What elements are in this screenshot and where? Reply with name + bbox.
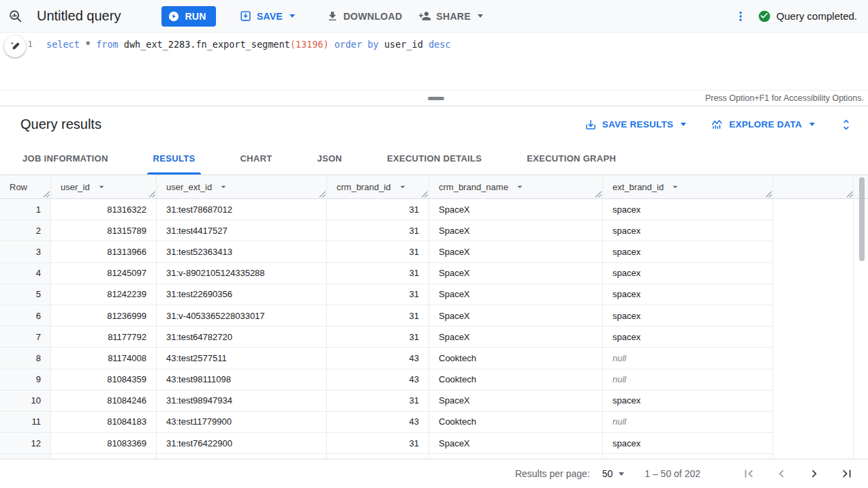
download-icon: [326, 10, 339, 22]
last-page-button[interactable]: [839, 466, 854, 481]
first-page-icon: [741, 466, 756, 481]
save-dropdown-caret[interactable]: [290, 14, 295, 18]
sql-token: from: [96, 39, 119, 50]
page-size-select[interactable]: 50: [602, 468, 625, 479]
cell-row: 10: [0, 391, 51, 411]
more-options-kebab-icon[interactable]: [734, 9, 747, 24]
cell-crm-brand-id: 31: [327, 220, 429, 241]
cell-crm-brand-id: 31: [327, 284, 429, 305]
column-header-crm-brand-id[interactable]: crm_brand_id: [327, 175, 429, 198]
cell-crm-brand-name: SpaceX: [429, 305, 603, 326]
cell-crm-brand-name: SpaceX: [429, 220, 603, 241]
page-size-caret: [619, 472, 624, 476]
sort-caret-icon[interactable]: [670, 181, 681, 192]
sort-caret-icon[interactable]: [397, 181, 408, 192]
table-scrollbar-thumb[interactable]: [859, 177, 865, 261]
share-button[interactable]: SHARE: [418, 10, 483, 22]
tab-results[interactable]: RESULTS: [151, 142, 198, 174]
download-button[interactable]: DOWNLOAD: [326, 10, 402, 22]
table-row: 78117779231:test6478272031SpaceXspacex: [0, 326, 773, 348]
sql-token: user_id: [379, 39, 429, 50]
explore-data-caret[interactable]: [809, 123, 815, 126]
tab-execution-graph[interactable]: EXECUTION GRAPH: [525, 142, 618, 174]
column-resize-handle[interactable]: [43, 191, 50, 198]
cell-crm-brand-name: Cooktech: [429, 369, 603, 390]
tab-job-information[interactable]: JOB INFORMATION: [20, 142, 110, 174]
sort-caret-icon[interactable]: [514, 181, 525, 192]
cell-crm-brand-id: 31: [327, 263, 429, 284]
cell-ext-brand-id: spacex: [603, 305, 773, 326]
column-header-user-ext-id[interactable]: user_ext_id: [157, 175, 327, 198]
column-header-user-id[interactable]: user_id: [51, 175, 157, 198]
cell-crm-brand-id: 31: [327, 305, 429, 326]
cell-row: 11: [0, 412, 51, 432]
cell-crm-brand-name: SpaceX: [429, 199, 603, 219]
cell-user-ext-id: 31:test76422900: [157, 433, 327, 453]
cell-user-ext-id: 31:v-8902105124335288: [157, 263, 327, 284]
results-actions: SAVE RESULTS EXPLORE DATA: [585, 118, 853, 132]
null-value: null: [613, 416, 626, 427]
pagination-range: 1 – 50 of 202: [645, 468, 700, 479]
sql-token: (13196): [290, 39, 329, 50]
column-header-ext-brand-id[interactable]: ext_brand_id: [603, 175, 773, 198]
table-row: 58124223931:test2269035631SpaceXspacex: [0, 284, 773, 305]
results-table: Rowuser_iduser_ext_idcrm_brand_idcrm_bra…: [0, 175, 868, 459]
tab-chart[interactable]: CHART: [238, 142, 274, 174]
sort-caret-icon[interactable]: [96, 181, 107, 192]
previous-page-button: [774, 466, 789, 481]
tab-execution-details[interactable]: EXECUTION DETAILS: [385, 142, 484, 174]
column-resize-handle[interactable]: [595, 191, 602, 198]
table-row: 128108336931:test7642290031SpaceXspacex: [0, 433, 773, 454]
column-resize-handle[interactable]: [765, 191, 772, 198]
cell-crm-brand-name: SpaceX: [429, 284, 603, 305]
expand-panel-icon[interactable]: [839, 118, 853, 132]
toolbar-right-group: Query completed.: [734, 9, 857, 24]
play-circle-icon: [168, 10, 180, 22]
table-header-row: Rowuser_iduser_ext_idcrm_brand_idcrm_bra…: [0, 175, 868, 199]
cell-user-ext-id: 43:test2577511: [157, 348, 327, 368]
cell-user-ext-id: 43:test11779900: [157, 412, 327, 432]
cell-user-ext-id: 31:test78687012: [157, 199, 327, 219]
table-body: 18131632231:test7868701231SpaceXspacex28…: [0, 199, 868, 458]
column-resize-handle[interactable]: [421, 191, 428, 198]
table-right-edge: [853, 175, 854, 459]
cell-user-ext-id: 31:test52363413: [157, 241, 327, 262]
save-results-caret[interactable]: [681, 123, 686, 126]
chevron-left-icon: [774, 466, 789, 481]
cell-row: 1: [0, 199, 51, 219]
cell-row: 9: [0, 369, 51, 390]
column-resize-handle[interactable]: [149, 191, 155, 198]
cell-user-id: 81084246: [51, 391, 157, 411]
cell-ext-brand-id: spacex: [603, 199, 773, 219]
next-page-button[interactable]: [807, 466, 822, 481]
cell-row: 2: [0, 220, 51, 241]
accessibility-hint: Press Option+F1 for Accessibility Option…: [705, 93, 864, 103]
cell-crm-brand-id: 31: [327, 391, 429, 411]
save-results-button[interactable]: SAVE RESULTS: [585, 119, 687, 131]
results-title: Query results: [20, 117, 102, 132]
cell-crm-brand-name: SpaceX: [429, 263, 603, 284]
share-dropdown-caret[interactable]: [478, 14, 483, 18]
table-row: 98108435943:test9811109843Cooktechnull: [0, 369, 773, 391]
column-header-row: Row: [0, 175, 51, 198]
cell-ext-brand-id: null: [603, 369, 773, 390]
run-button[interactable]: RUN: [161, 6, 215, 27]
cell-user-ext-id: 31:v-4053365228033017: [157, 305, 327, 326]
editor-line-number: 1: [19, 39, 33, 49]
column-header-label: crm_brand_id: [337, 182, 391, 192]
column-resize-handle[interactable]: [846, 191, 853, 198]
save-button[interactable]: SAVE: [239, 10, 295, 22]
sql-code-line[interactable]: select * from dwh_ext_2283.fn_export_seg…: [46, 38, 450, 50]
cell-crm-brand-id: 31: [327, 326, 429, 347]
explore-data-button[interactable]: EXPLORE DATA: [711, 118, 815, 131]
cell-crm-brand-id: [327, 454, 429, 458]
column-resize-handle[interactable]: [319, 191, 326, 198]
sort-caret-icon[interactable]: [218, 181, 229, 192]
column-header-label: Row: [10, 182, 27, 192]
results-header: Query results SAVE RESULTS: [0, 106, 868, 142]
column-header-crm-brand-name[interactable]: crm_brand_name: [429, 175, 603, 198]
panel-resize-handle[interactable]: [428, 97, 444, 100]
sql-editor[interactable]: 1 select * from dwh_ext_2283.fn_export_s…: [0, 33, 868, 90]
tab-json[interactable]: JSON: [315, 142, 344, 174]
cell-crm-brand-name: SpaceX: [429, 241, 603, 262]
